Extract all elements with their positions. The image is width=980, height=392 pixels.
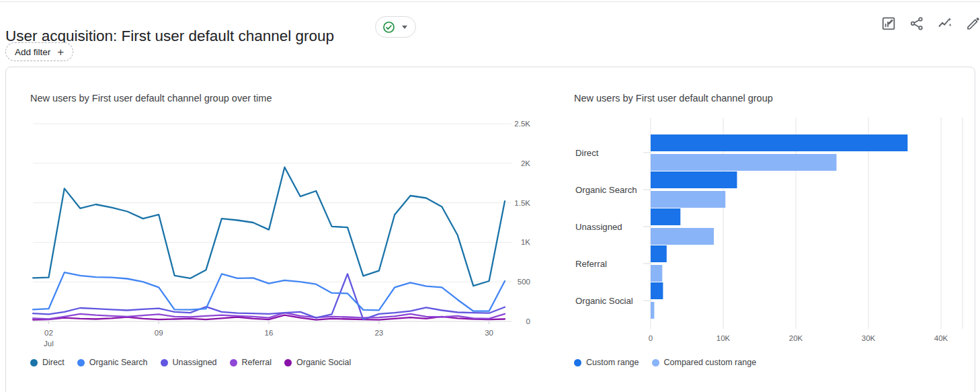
customize-report-button[interactable] <box>881 15 897 32</box>
bar-chart-legend: Custom rangeCompared custom range <box>574 358 756 367</box>
legend-dot <box>230 359 237 366</box>
category-label: Organic Social <box>575 296 633 306</box>
series-line-direct <box>33 167 505 286</box>
y-axis-label: 500 <box>518 278 530 286</box>
add-filter-label: Add filter <box>15 47 50 57</box>
legend-label: Referral <box>242 358 272 367</box>
top-divider <box>0 1 980 2</box>
line-chart-title: New users by First user default channel … <box>30 93 272 104</box>
legend-label: Organic Social <box>296 358 351 367</box>
bar-compared-range <box>651 302 654 319</box>
edit-button[interactable] <box>965 15 980 32</box>
report-card: New users by First user default channel … <box>5 67 975 392</box>
x-axis-label: 09 <box>155 329 163 337</box>
x-axis-label: 30K <box>862 334 876 342</box>
series-line-organic-search <box>33 272 505 311</box>
legend-label: Compared custom range <box>664 358 757 367</box>
bar-compared-range <box>651 154 837 171</box>
y-axis-label: 2K <box>521 159 530 167</box>
category-label: Unassigned <box>575 222 622 232</box>
legend-dot <box>574 359 581 366</box>
edit-icon <box>965 15 980 32</box>
legend-dot <box>161 359 168 366</box>
bar-chart-title: New users by First user default channel … <box>574 93 773 104</box>
bar-compared-range <box>651 191 725 208</box>
chevron-down-icon <box>402 26 407 29</box>
x-axis-label: 02 <box>44 329 53 337</box>
bar-chart: 010K20K30K40KDirectOrganic SearchUnassig… <box>574 112 975 349</box>
legend-item-compared-custom-range: Compared custom range <box>652 358 757 367</box>
bar-compared-range <box>651 228 714 245</box>
legend-dot <box>652 359 659 366</box>
y-axis-label: 1K <box>521 238 530 246</box>
legend-item-direct: Direct <box>30 358 65 367</box>
insights-icon <box>937 15 953 32</box>
legend-label: Direct <box>42 358 65 367</box>
category-label: Referral <box>575 259 607 269</box>
bar-custom-range <box>651 282 663 299</box>
legend-item-organic-social: Organic Social <box>284 358 351 367</box>
x-axis-label: 16 <box>265 329 274 337</box>
x-axis-label: 0 <box>649 334 653 342</box>
x-axis-label: 40K <box>934 334 948 342</box>
x-axis-label: 23 <box>374 329 383 337</box>
series-line-unassigned <box>33 274 505 319</box>
share-icon <box>909 15 925 32</box>
legend-item-organic-search: Organic Search <box>77 358 148 367</box>
legend-dot <box>284 359 292 366</box>
customize-report-icon <box>881 15 897 32</box>
x-axis-label: 30 <box>485 329 493 337</box>
y-axis-label: 0 <box>526 317 530 325</box>
legend-dot <box>77 359 85 366</box>
check-circle-icon <box>382 20 396 34</box>
report-status-dropdown[interactable] <box>375 16 416 38</box>
bar-compared-range <box>651 265 662 282</box>
legend-item-unassigned: Unassigned <box>161 358 217 367</box>
bar-custom-range <box>651 245 667 262</box>
y-axis-label: 2.5K <box>514 120 530 128</box>
legend-item-custom-range: Custom range <box>574 358 639 367</box>
x-axis-label: 20K <box>789 334 803 342</box>
insights-button[interactable] <box>937 15 953 32</box>
legend-label: Organic Search <box>89 358 148 367</box>
x-axis-label: 10K <box>717 334 731 342</box>
bar-custom-range <box>651 171 737 188</box>
x-axis-month-label: Jul <box>44 340 54 348</box>
line-chart-legend: DirectOrganic SearchUnassignedReferralOr… <box>30 358 351 367</box>
share-button[interactable] <box>909 15 925 32</box>
add-filter-button[interactable]: Add filter + <box>5 42 73 61</box>
legend-item-referral: Referral <box>230 358 272 367</box>
bar-custom-range <box>651 134 907 151</box>
toolbar <box>881 15 980 32</box>
legend-dot <box>30 359 38 366</box>
category-label: Organic Search <box>575 185 637 195</box>
legend-label: Unassigned <box>173 358 217 367</box>
line-chart: 05001K1.5K2K2.5K02Jul09162330 <box>32 112 532 349</box>
legend-label: Custom range <box>586 358 639 367</box>
category-label: Direct <box>575 148 599 158</box>
bar-custom-range <box>651 208 680 225</box>
plus-icon: + <box>57 46 64 58</box>
y-axis-label: 1.5K <box>514 199 530 207</box>
